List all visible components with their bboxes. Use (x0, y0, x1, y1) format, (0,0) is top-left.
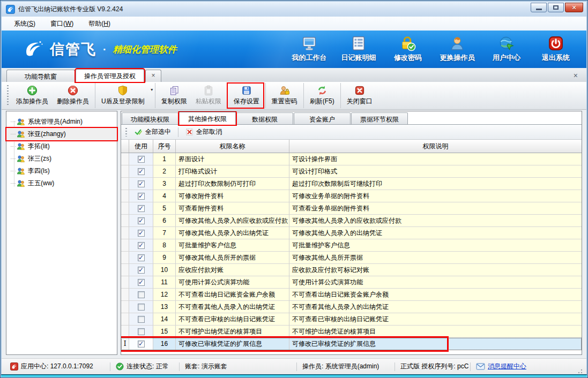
delete-operator-button[interactable]: 删除操作员 ▼ (53, 83, 93, 108)
cancel-all-button[interactable]: 全部取消 (182, 126, 225, 138)
permission-name-cell: 可批量维护客户信息 (176, 239, 289, 252)
permission-checkbox[interactable] (138, 254, 145, 261)
permission-desc-cell: 应收款及应付款可标记对账 (289, 264, 582, 276)
tabstrip-close-button[interactable]: × (569, 70, 582, 82)
app-center-icon (10, 362, 18, 371)
permission-checkbox[interactable] (138, 267, 145, 274)
tab-function-nav[interactable]: 功能导航窗 (6, 70, 75, 82)
header-no[interactable]: 序号 (153, 140, 176, 153)
row-indicator (121, 215, 129, 227)
permission-desc-cell: 可修改其他人员录入的出纳凭证 (289, 227, 582, 239)
minimize-button[interactable] (531, 3, 547, 12)
no-cell: 7 (153, 227, 176, 239)
perm-tab-fund-account[interactable]: 资金账户 (294, 112, 351, 124)
refresh-icon (317, 85, 328, 96)
add-icon (27, 85, 38, 96)
permission-desc-cell: 不可查看其他人员录入的出纳凭证 (289, 301, 582, 313)
menu-window[interactable]: 窗口(W) (43, 18, 80, 30)
copy-icon (169, 85, 180, 96)
可使用计算公式演算功能[interactable]: 11 可使用计算公式演算功能 可使用计算公式演算功能 (121, 276, 582, 289)
不可维护出纳凭证的核算项目[interactable]: 15 不可维护出纳凭证的核算项目 不可维护出纳凭证的核算项目 (121, 326, 582, 338)
banner-btn-switch-operator[interactable]: 更换操作员 (434, 33, 480, 66)
不可查看其他人员录入的出纳凭证[interactable]: 13 不可查看其他人员录入的出纳凭证 不可查看其他人员录入的出纳凭证 (121, 301, 582, 313)
可查看附件资料[interactable]: 5 可查看附件资料 可查看业务单据的附件资料 (121, 202, 582, 215)
permission-checkbox[interactable] (138, 304, 145, 311)
permission-checkbox[interactable] (138, 217, 145, 224)
可修改其他人员录入的应收款或应付款[interactable]: 6 可修改其他人员录入的应收款或应付款 可修改其他人员录入的应收款或应付款 (121, 215, 582, 227)
permission-checkbox[interactable] (138, 279, 145, 286)
permission-checkbox[interactable] (138, 193, 145, 200)
save-settings-button[interactable]: 保存设置 ▼ (227, 83, 264, 108)
no-cell: 5 (153, 202, 176, 215)
use-cell (129, 338, 153, 350)
no-cell: 3 (153, 178, 176, 190)
banner-btn-change-password[interactable]: 修改密码 (385, 33, 431, 66)
minimize-icon (536, 9, 542, 10)
permission-checkbox[interactable] (138, 242, 145, 249)
header-use[interactable]: 使用 (129, 140, 153, 153)
permission-checkbox[interactable] (138, 230, 145, 237)
界面设计[interactable]: 1 界面设计 可设计操作界面 (121, 153, 582, 165)
maximize-button[interactable] (548, 3, 564, 12)
tree-item-lit[interactable]: 李拓(lit) (6, 140, 117, 153)
refresh-button[interactable]: 刷新(F5) ▼ (303, 83, 339, 108)
perm-tab-data[interactable]: 数据权限 (236, 112, 293, 124)
operator-text: 操作员: 系统管理员(admin) (302, 362, 379, 371)
超过打印次数限制仍可打印[interactable]: 3 超过打印次数限制仍可打印 超过打印次数限制后可继续打印 (121, 178, 582, 190)
perm-tab-other-operations[interactable]: 其他操作权限 (179, 112, 236, 125)
close-window-button[interactable]: 关闭窗口 ▼ (340, 83, 377, 108)
tree-item-admin[interactable]: 系统管理员(Admin) (6, 116, 117, 128)
permission-checkbox[interactable] (138, 328, 145, 335)
banner-btn-exit[interactable]: 退出系统 (533, 33, 579, 66)
应收应付款对账[interactable]: 10 应收应付款对账 应收款及应付款可标记对账 (121, 264, 582, 276)
reset-password-button[interactable]: 重置密码 ▼ (265, 83, 302, 108)
permission-checkbox[interactable] (138, 156, 145, 163)
tree-item-ls[interactable]: 李四(ls) (6, 165, 117, 177)
permission-checkbox[interactable] (138, 341, 145, 347)
tab-operator-management[interactable]: 操作员管理及授权 (76, 69, 144, 82)
tree-item-ww[interactable]: 王五(ww) (6, 177, 117, 190)
select-all-button[interactable]: 全部选中 (131, 126, 174, 138)
可修改其他人员所开的票据[interactable]: 9 可修改其他人员所开的票据 可修改其他人员所开票据 (121, 252, 582, 264)
use-cell (129, 215, 153, 227)
可修改附件资料[interactable]: 4 可修改附件资料 可修改业务单据的附件资料 (121, 190, 582, 202)
banner-btn-workspace[interactable]: 我的工作台 (286, 33, 332, 66)
tree-item-zs[interactable]: 张三(zs) (6, 153, 117, 165)
window-bottom-edge (1, 374, 587, 377)
paste-permissions-button[interactable]: 粘贴权限 ▼ (191, 83, 226, 108)
可修改其他人员录入的出纳凭证[interactable]: 7 可修改其他人员录入的出纳凭证 可修改其他人员录入的出纳凭证 (121, 227, 582, 239)
ledger-icon (351, 35, 367, 51)
banner-btn-journal-detail[interactable]: 日记账明细 (336, 33, 382, 66)
menu-help[interactable]: 帮助(H) (81, 18, 117, 30)
no-cell: 12 (153, 289, 176, 301)
header-name[interactable]: 权限名称 (176, 140, 289, 153)
resize-grip[interactable] (577, 368, 583, 374)
add-operator-button[interactable]: 添加操作员 ▼ (12, 83, 53, 108)
tab-close-icon: × (151, 72, 155, 79)
可批量维护客户信息[interactable]: 8 可批量维护客户信息 可批量维护客户信息 (121, 239, 582, 252)
不可查看已审核的出纳日记账凭证[interactable]: 14 不可查看已审核的出纳日记账凭证 不可查看已审核的出纳日记账凭证 (121, 313, 582, 326)
permission-desc-cell: 可修改已审核凭证的扩展信息 (289, 338, 582, 350)
no-cell: 9 (153, 252, 176, 264)
perm-tab-bill-process[interactable]: 票据环节权限 (351, 112, 408, 124)
permission-checkbox[interactable] (138, 180, 145, 187)
perm-tab-function-module[interactable]: 功能模块权限 (122, 112, 178, 124)
close-button[interactable]: ✕ (565, 3, 583, 12)
banner-btn-user-center[interactable]: 用户中心 (483, 33, 530, 66)
permission-checkbox[interactable] (138, 316, 145, 323)
use-cell (129, 153, 153, 165)
tree-item-zhangy[interactable]: 张亚(zhangy) (6, 128, 117, 140)
不可查看出纳日记账资金账户余额[interactable]: 12 不可查看出纳日记账资金账户余额 不可查看出纳日记账资金账户余额 (121, 289, 582, 301)
permission-checkbox[interactable] (138, 291, 145, 298)
header-desc[interactable]: 权限说明 (289, 140, 582, 153)
打印格式设计[interactable]: 2 打印格式设计 可设计打印格式 (121, 165, 582, 178)
menu-system[interactable]: 系统(S) (7, 18, 42, 30)
tab-close-button[interactable]: × (145, 70, 161, 82)
ukey-login-limit-button[interactable]: U盾及登录限制 ▼ (95, 83, 153, 108)
copy-permissions-button[interactable]: 复制权限 ▼ (155, 83, 191, 108)
可修改已审核凭证的扩展信息[interactable]: I 16 可修改已审核凭证的扩展信息 可修改已审核凭证的扩展信息 (121, 338, 582, 350)
permission-checkbox[interactable] (138, 168, 145, 175)
operator-icon (449, 35, 465, 51)
message-center-link[interactable]: 消息提醒中心 (488, 362, 526, 371)
permission-checkbox[interactable] (138, 205, 145, 212)
